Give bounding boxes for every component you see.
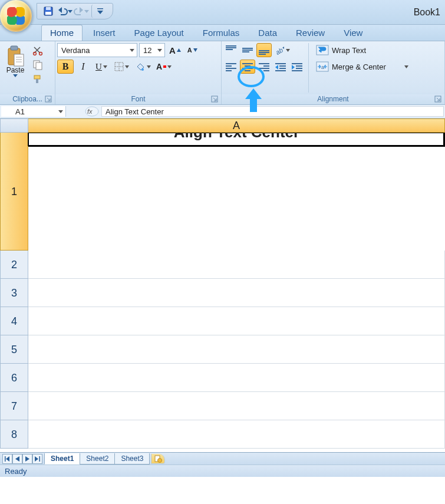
align-center-button[interactable] — [240, 60, 255, 74]
dropdown-icon[interactable] — [68, 10, 72, 13]
shrink-font-button[interactable]: A — [185, 43, 200, 57]
qat-undo-button[interactable] — [58, 5, 71, 18]
fx-insert-function[interactable]: fx — [75, 106, 99, 117]
paste-label: Paste — [6, 66, 25, 74]
sheet-nav-first[interactable] — [2, 454, 12, 464]
row-header-2[interactable]: 2 — [0, 251, 28, 279]
cell-A3[interactable] — [28, 279, 445, 307]
dropdown-icon[interactable] — [58, 110, 63, 113]
name-box-value: A1 — [4, 107, 25, 116]
qat-customize-button[interactable] — [91, 5, 104, 18]
dropdown-icon[interactable] — [130, 49, 134, 52]
row-header-7[interactable]: 7 — [0, 392, 28, 420]
column-header-A[interactable]: A — [28, 118, 445, 133]
grow-font-button[interactable]: A — [167, 43, 183, 57]
new-sheet-button[interactable] — [151, 454, 165, 464]
row-header-5[interactable]: 5 — [0, 335, 28, 364]
qat-save-button[interactable] — [42, 5, 55, 18]
borders-button[interactable] — [111, 60, 131, 74]
tab-view[interactable]: View — [335, 25, 371, 41]
tab-data[interactable]: Data — [250, 25, 285, 41]
tab-home[interactable]: Home — [41, 25, 83, 41]
svg-rect-41 — [259, 68, 269, 69]
copy-button[interactable] — [31, 58, 45, 71]
align-middle-button[interactable] — [240, 43, 255, 57]
dropdown-icon — [147, 65, 151, 68]
row-header-8[interactable]: 8 — [0, 420, 28, 449]
cell-A1[interactable]: Align Text Center — [28, 133, 445, 147]
align-top-button[interactable] — [223, 43, 239, 57]
align-left-button[interactable] — [223, 60, 239, 74]
sheet-nav-last[interactable] — [32, 454, 42, 464]
cell-A7[interactable] — [28, 392, 445, 420]
tab-formulas[interactable]: Formulas — [195, 25, 248, 41]
borders-icon — [114, 62, 124, 71]
row-header-4[interactable]: 4 — [0, 307, 28, 335]
font-launcher[interactable] — [212, 96, 219, 104]
sheet-nav-prev[interactable] — [12, 454, 22, 464]
decrease-indent-button[interactable] — [273, 60, 288, 74]
italic-icon: I — [81, 61, 84, 72]
cell-A2[interactable] — [28, 251, 445, 279]
row-header-1[interactable]: 1 — [0, 133, 28, 251]
svg-rect-3 — [97, 8, 103, 9]
title-bar: Book1 — [0, 0, 445, 25]
fill-color-button[interactable] — [133, 60, 153, 74]
status-text: Ready — [5, 467, 27, 476]
customize-icon — [97, 8, 103, 15]
cell-A8[interactable] — [28, 420, 445, 449]
tab-page-layout[interactable]: Page Layout — [126, 25, 192, 41]
formula-bar: A1 fx Align Text Center — [0, 105, 445, 118]
align-bottom-icon — [259, 45, 269, 55]
wrap-text-button[interactable]: Wrap Text — [312, 43, 401, 57]
tab-insert[interactable]: Insert — [85, 25, 124, 41]
orientation-button[interactable]: ab — [273, 43, 292, 57]
svg-rect-39 — [259, 63, 269, 64]
svg-rect-2 — [45, 12, 51, 15]
group-label-clipboard: Clipboa... — [0, 94, 55, 104]
sheet-tab-1[interactable]: Sheet1 — [44, 453, 80, 465]
cell-A5[interactable] — [28, 335, 445, 364]
sheet-tab-3[interactable]: Sheet3 — [114, 453, 150, 465]
dropdown-icon[interactable] — [157, 49, 162, 52]
redo-icon — [74, 7, 84, 15]
grow-font-icon: A — [169, 45, 176, 55]
paste-icon — [6, 46, 25, 66]
svg-rect-25 — [242, 50, 253, 51]
group-alignment: ab Wrap Text a Merge & Center — [222, 41, 445, 104]
paste-button[interactable]: Paste — [2, 43, 29, 85]
increase-indent-button[interactable] — [289, 60, 305, 74]
font-size-select[interactable]: 12 — [139, 43, 165, 57]
tab-review[interactable]: Review — [288, 25, 333, 41]
italic-button[interactable]: I — [75, 60, 91, 74]
align-right-button[interactable] — [256, 60, 272, 74]
align-center-icon — [242, 62, 253, 71]
merge-center-button[interactable]: a Merge & Center — [312, 60, 413, 74]
sheet-nav-next[interactable] — [22, 454, 32, 464]
bold-button[interactable]: B — [57, 60, 74, 74]
svg-rect-23 — [226, 49, 233, 50]
name-box[interactable]: A1 — [1, 106, 66, 117]
select-all-corner[interactable] — [0, 118, 28, 133]
merge-center-label: Merge & Center — [332, 62, 386, 71]
font-color-button[interactable]: A — [154, 60, 174, 74]
formula-value: Align Text Center — [106, 107, 164, 116]
formula-input[interactable]: Align Text Center — [101, 106, 444, 117]
align-bottom-button[interactable] — [256, 43, 272, 57]
clipboard-launcher[interactable] — [45, 96, 53, 104]
row-header-3[interactable]: 3 — [0, 279, 28, 307]
cell-A4[interactable] — [28, 307, 445, 335]
svg-rect-37 — [242, 68, 253, 69]
format-painter-button[interactable] — [31, 73, 45, 85]
alignment-launcher[interactable] — [435, 96, 443, 104]
row-header-6[interactable]: 6 — [0, 364, 28, 392]
underline-button[interactable]: U — [93, 60, 110, 74]
window-title: Book1 — [414, 7, 440, 18]
cell-A6[interactable] — [28, 364, 445, 392]
dropdown-icon[interactable] — [84, 10, 89, 13]
cut-button[interactable] — [31, 44, 45, 57]
qat-redo-button[interactable] — [75, 5, 88, 18]
decrease-indent-icon — [275, 62, 286, 71]
font-name-select[interactable]: Verdana — [57, 43, 137, 57]
sheet-tab-2[interactable]: Sheet2 — [80, 453, 115, 465]
